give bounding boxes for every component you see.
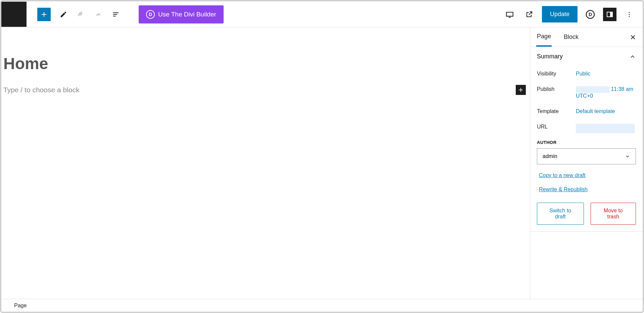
plus-icon [517,87,524,93]
publish-label: Publish [537,86,576,99]
summary-body: Visibility Public Publish 11:38 am UTC+0… [530,66,643,231]
sidebar-tabs: Page Block [530,28,643,47]
svg-rect-3 [610,12,612,17]
toolbar-right: Update D [503,6,640,22]
template-label: Template [537,108,576,114]
author-value: admin [543,153,557,159]
visibility-label: Visibility [537,71,576,77]
close-sidebar-button[interactable] [629,34,637,41]
tab-block[interactable]: Block [563,28,579,46]
divi-logo-icon: D [146,10,155,19]
summary-header[interactable]: Summary [530,47,643,66]
url-value[interactable] [576,124,636,133]
rewrite-republish-link[interactable]: Rewrite & Republish [537,187,636,193]
visibility-value[interactable]: Public [576,71,636,77]
publish-date-redacted [576,86,609,93]
switch-to-draft-button[interactable]: Switch to draft [537,203,584,225]
url-redacted [576,124,635,133]
summary-title: Summary [537,53,563,60]
options-menu-icon[interactable] [623,8,636,21]
document-overview-icon[interactable] [111,10,121,19]
svg-point-6 [629,16,630,17]
editor-top-bar: D Use The Divi Builder Update D [1,1,643,28]
settings-sidebar-toggle[interactable] [603,8,616,21]
undo-icon[interactable] [76,10,86,19]
main-area: Home Type / to choose a block Page Block… [1,28,643,299]
toolbar-left: D Use The Divi Builder [37,5,224,23]
page-title[interactable]: Home [1,54,530,73]
chevron-up-icon [629,53,636,60]
divi-settings-icon[interactable]: D [584,8,597,21]
publish-time: 11:38 am [611,86,633,92]
author-select[interactable]: admin [537,148,636,164]
divi-button-label: Use The Divi Builder [158,11,216,18]
url-row: URL [537,119,636,138]
template-row: Template Default template [537,104,636,119]
wordpress-logo[interactable] [1,2,27,27]
template-value[interactable]: Default template [576,108,636,114]
publish-row: Publish 11:38 am UTC+0 [537,82,636,104]
breadcrumb[interactable]: Page [14,303,27,309]
inline-add-block-button[interactable] [516,85,526,95]
view-page-icon[interactable] [522,8,536,21]
edit-tool-icon[interactable] [59,10,68,19]
plus-icon [40,10,48,18]
add-block-button[interactable] [37,8,51,21]
tab-page[interactable]: Page [536,28,552,47]
svg-text:D: D [589,12,592,17]
editor-canvas[interactable]: Home Type / to choose a block [1,28,530,299]
breadcrumb-bar: Page [1,299,643,312]
block-placeholder[interactable]: Type / to choose a block [3,86,516,94]
settings-sidebar: Page Block Summary Visibility Public Pub… [530,28,643,299]
summary-panel: Summary Visibility Public Publish 11:38 … [530,47,643,232]
redo-icon[interactable] [94,10,103,19]
close-icon [629,34,637,41]
svg-point-4 [629,12,630,13]
url-label: URL [537,124,576,133]
view-desktop-icon[interactable] [503,8,516,21]
update-button[interactable]: Update [542,6,578,22]
action-buttons: Switch to draft Move to trash [537,203,636,225]
author-label: AUTHOR [537,140,636,145]
publish-tz: UTC+0 [576,93,593,99]
publish-value[interactable]: 11:38 am UTC+0 [576,86,636,99]
move-to-trash-button[interactable]: Move to trash [591,203,636,225]
svg-point-5 [629,14,630,15]
copy-to-new-draft-link[interactable]: Copy to a new draft [537,172,636,178]
use-divi-builder-button[interactable]: D Use The Divi Builder [139,5,224,23]
chevron-down-icon [625,154,630,159]
visibility-row: Visibility Public [537,66,636,82]
block-placeholder-row: Type / to choose a block [1,85,530,95]
